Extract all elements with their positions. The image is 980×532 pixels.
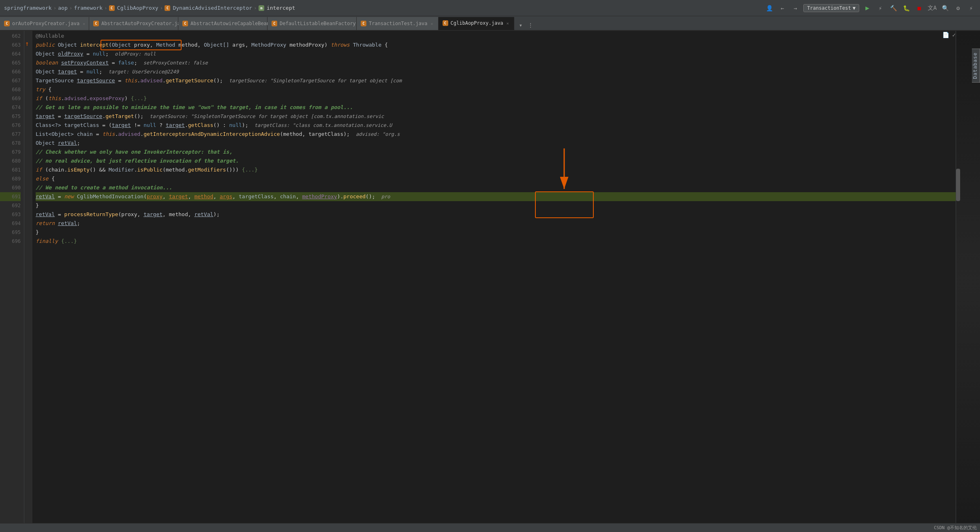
search-button[interactable]: 🔍 [940, 3, 950, 13]
code-line-667: TargetSource targetSource = this.advised… [36, 76, 956, 85]
ln-680: 680 [0, 157, 21, 165]
ln-664: 664 [0, 49, 21, 58]
tab-icon: C [182, 21, 188, 26]
tab-icon: C [272, 21, 277, 26]
code-line-696: finally {...} [36, 237, 956, 246]
tab-close[interactable]: ✕ [430, 21, 434, 27]
tab-label: AbstractAutoProxyCreator.java [101, 21, 186, 26]
annotation-nullable: @Nullable [36, 33, 64, 39]
profile-button[interactable]: 👤 [764, 3, 774, 13]
ln-681: 681 [0, 165, 21, 174]
code-line-664: Object oldProxy = null; oldProxy: null [36, 49, 956, 58]
ln-667: 667 [0, 76, 21, 85]
footer-text: CSDN @不知名的艾伦 [934, 525, 977, 531]
tab-abstractAutoProxy[interactable]: C AbstractAutoProxyCreator.java ✕ [89, 17, 178, 30]
ln-689: 689 [0, 174, 21, 183]
code-line-695: } [36, 228, 956, 237]
tab-bar: C orAutoProxyCreator.java ✕ C AbstractAu… [0, 16, 980, 31]
database-tab[interactable]: Database [972, 49, 980, 83]
bc-method-icon: m [259, 5, 264, 11]
ln-662: 662 [0, 32, 21, 41]
code-line-690: // We need to create a method invocation… [36, 183, 956, 192]
tab-abstractAutowire[interactable]: C AbstractAutowireCapableBeanFactory.jav… [178, 17, 267, 30]
coverage-button[interactable]: ⚡ [875, 3, 885, 13]
ln-666: 666 [0, 67, 21, 76]
bc-framework[interactable]: framework [74, 5, 103, 11]
ln-677: 677 [0, 130, 21, 139]
ln-690: 690 [0, 183, 21, 192]
ln-695: 695 [0, 228, 21, 237]
ln-669: 669 [0, 94, 21, 103]
breadcrumb: springframework › aop › framework › C Cg… [4, 5, 295, 11]
ln-676: 676 [0, 121, 21, 130]
code-line-675: target = targetSource.getTarget(); targe… [36, 112, 956, 121]
stop-button[interactable]: ■ [914, 3, 924, 13]
bc-intercept[interactable]: intercept [267, 5, 295, 11]
minimap [956, 31, 980, 532]
build-button[interactable]: 🔨 [888, 3, 898, 13]
bc-dynamicAdvisedInterceptor[interactable]: DynamicAdvisedInterceptor [173, 5, 252, 11]
tab-close[interactable]: ✕ [506, 20, 510, 26]
code-line-663: public Object intercept(Object proxy, Me… [36, 41, 956, 49]
ln-674: 674 [0, 103, 21, 112]
code-line-693: retVal = processReturnType(proxy, target… [36, 210, 956, 219]
scrollbar-thumb[interactable] [956, 169, 960, 201]
tab-overflow-button[interactable]: ▾ [516, 20, 526, 30]
toolbar-right: 👤 ← → TransactionTest ▼ ▶ ⚡ 🔨 🐛 ■ 文A 🔍 ⚙… [764, 3, 976, 13]
run-config-dropdown-icon: ▼ [853, 5, 856, 11]
tab-close[interactable]: ✕ [82, 21, 86, 27]
ln-678: 678 [0, 139, 21, 148]
plugin-button[interactable]: ⚡ [966, 3, 976, 13]
line-numbers: 662 663 664 665 666 667 668 669 674 675 … [0, 31, 24, 532]
tab-transactionTest[interactable]: C TransactionTest.java ✕ [357, 17, 439, 30]
tab-orAutoProxy[interactable]: C orAutoProxyCreator.java ✕ [0, 17, 89, 30]
bc-dynamic-icon: C [165, 5, 170, 11]
ln-693: 693 [0, 210, 21, 219]
footer-bar: CSDN @不知名的艾伦 [0, 523, 980, 532]
tab-label: CglibAopProxy.java [451, 20, 503, 26]
code-line-694: return retVal; [36, 219, 956, 228]
ln-694: 694 [0, 219, 21, 228]
code-container: 662 663 664 665 666 667 668 669 674 675 … [0, 31, 980, 532]
run-config-selector[interactable]: TransactionTest ▼ [803, 4, 859, 12]
tab-icon: C [361, 21, 366, 26]
ln-679: 679 [0, 148, 21, 157]
code-line-666: Object target = null; target: UserServic… [36, 67, 956, 76]
tab-label: orAutoProxyCreator.java [12, 21, 79, 26]
run-button[interactable]: ▶ [862, 3, 872, 13]
gutter-arrow: ↑ [25, 40, 29, 47]
tab-label: TransactionTest.java [369, 21, 428, 26]
bc-springframework[interactable]: springframework [4, 5, 51, 11]
settings-button[interactable]: ⚙ [953, 3, 963, 13]
gutter: ↑ [24, 31, 32, 532]
tab-icon: C [93, 21, 99, 26]
tab-cglibAopProxy[interactable]: C CglibAopProxy.java ✕ [439, 17, 514, 30]
run-config-label: TransactionTest [807, 5, 851, 11]
ln-691: 691 [0, 192, 21, 201]
ln-675: 675 [0, 112, 21, 121]
code-line-692: } [36, 201, 956, 210]
code-line-676: Class<?> targetClass = (target != null ?… [36, 121, 956, 130]
translate-button[interactable]: 文A [927, 3, 937, 13]
bc-aop[interactable]: aop [58, 5, 67, 11]
bc-cglibAopProxy[interactable]: CglibAopProxy [117, 5, 158, 11]
code-line-679: // Check whether we only have one Invoke… [36, 148, 956, 157]
code-editor[interactable]: @Nullable public Object intercept(Object… [32, 31, 956, 532]
code-line-678: Object retVal; [36, 139, 956, 148]
ln-696: 696 [0, 237, 21, 246]
code-line-665: boolean setProxyContext = false; setProx… [36, 58, 956, 67]
code-line-691: retVal = new CglibMethodInvocation(proxy… [36, 192, 956, 201]
top-bar: springframework › aop › framework › C Cg… [0, 0, 980, 16]
code-line-662: @Nullable [36, 32, 956, 41]
tab-defaultListable[interactable]: C DefaultListableBeanFactory.java ✕ [267, 17, 357, 30]
code-line-674: // Get as late as possible to minimize t… [36, 103, 956, 112]
ln-663: 663 [0, 41, 21, 49]
bc-cglib-icon: C [109, 5, 115, 11]
tab-menu-button[interactable]: ⋮ [526, 20, 535, 30]
debug-button[interactable]: 🐛 [901, 3, 911, 13]
ln-668: 668 [0, 85, 21, 94]
ln-665: 665 [0, 58, 21, 67]
code-line-680: // no real advice, but just reflective i… [36, 157, 956, 165]
forward-button[interactable]: → [790, 3, 800, 13]
back-button[interactable]: ← [777, 3, 787, 13]
